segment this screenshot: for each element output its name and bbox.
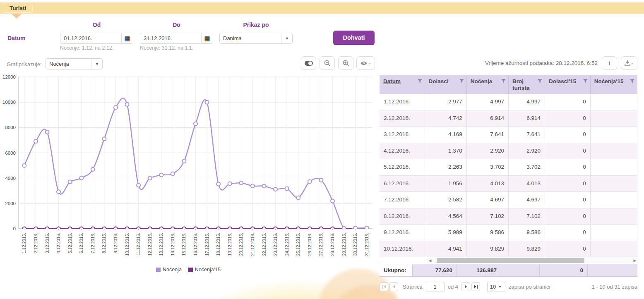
svg-text:17.12.2016.: 17.12.2016. — [204, 233, 209, 256]
svg-text:22.12.2016.: 22.12.2016. — [262, 233, 267, 256]
table-row[interactable]: 6.12.2016.1.9564.0134.0130 — [380, 176, 637, 192]
table-cell: 4.697 — [509, 192, 545, 208]
zoom-out-icon — [324, 60, 331, 67]
do-label: Do — [140, 22, 213, 28]
column-header-dolasci[interactable]: Dolasci — [425, 75, 467, 94]
calendar-icon[interactable]: ▦ — [201, 33, 213, 43]
tab-pointer-icon — [11, 14, 22, 19]
series-visibility-button[interactable]: ⌄ — [356, 56, 375, 70]
column-header-broj-turista[interactable]: Broj turista — [509, 75, 545, 94]
legend-swatch — [188, 268, 193, 272]
prikaz-po-select[interactable]: Danima ▼ — [219, 33, 293, 44]
table-cell — [591, 208, 637, 225]
header-bar: Turisti — [0, 2, 644, 14]
svg-text:4.12.2016.: 4.12.2016. — [56, 233, 61, 254]
svg-text:25.12.2016.: 25.12.2016. — [296, 233, 300, 256]
table-cell: 2.920 — [509, 143, 545, 160]
table-row[interactable]: 5.12.2016.2.2633.7023.7020 — [380, 159, 637, 176]
scroll-right-icon[interactable]: ▶ — [632, 258, 637, 263]
table-row[interactable]: 1.12.2016.2.9774.9974.9970 — [380, 94, 637, 110]
column-header-no-enja[interactable]: Noćenja — [467, 75, 509, 94]
table-cell: 4.997 — [509, 94, 545, 110]
legend-item[interactable]: Noćenja — [156, 267, 182, 273]
table-cell: 3.12.2016. — [380, 127, 425, 143]
table-cell — [591, 110, 637, 127]
prev-page-button[interactable] — [389, 282, 398, 291]
download-button[interactable]: ⌄ — [621, 56, 637, 70]
filter-icon[interactable] — [501, 79, 506, 84]
filter-icon[interactable] — [583, 79, 588, 84]
first-page-button[interactable] — [380, 282, 388, 291]
date-to-hint: Noćenje: 31.12. na 1.1. — [140, 45, 193, 51]
svg-text:6.12.2016.: 6.12.2016. — [79, 233, 84, 254]
table-row[interactable]: 9.12.2016.5.9899.5869.5860 — [380, 225, 637, 241]
table-row[interactable]: 7.12.2016.2.5824.6974.6970 — [380, 192, 637, 208]
svg-text:9.12.2016.: 9.12.2016. — [113, 233, 118, 254]
table-row[interactable]: 3.12.2016.4.1697.6417.6410 — [380, 127, 637, 143]
date-from-hint: Noćenje: 1.12. na 2.12. — [60, 45, 113, 51]
totals-cell — [588, 264, 637, 277]
zoom-in-button[interactable] — [338, 56, 353, 70]
date-to-field[interactable]: 31.12.2016. ▦ — [140, 33, 213, 44]
chart-legend: NoćenjaNoćenja'15 — [0, 267, 377, 273]
totals-cell: 0 — [540, 264, 588, 277]
svg-text:10.12.2016.: 10.12.2016. — [125, 233, 130, 256]
svg-text:24.12.2016.: 24.12.2016. — [284, 233, 289, 256]
column-header-datum[interactable]: Datum — [380, 75, 425, 94]
scroll-left-icon[interactable]: ◀ — [428, 258, 433, 263]
page-size-select[interactable]: 10 ▼ — [487, 282, 505, 292]
table-cell — [591, 176, 637, 192]
svg-text:7.12.2016.: 7.12.2016. — [90, 233, 95, 254]
table-row[interactable]: 10.12.2016.4.9419.8299.8290 — [380, 241, 637, 258]
chevron-down-icon[interactable]: ▼ — [281, 33, 292, 43]
od-label: Od — [60, 22, 133, 28]
prikaz-po-value: Danima — [220, 33, 281, 43]
filter-icon[interactable] — [630, 79, 634, 84]
table-cell: 0 — [545, 225, 591, 241]
column-header-dolasci-15[interactable]: Dolasci'15 — [545, 75, 591, 94]
calendar-icon[interactable]: ▦ — [121, 33, 133, 43]
graf-prikazuje-select[interactable]: Noćenja ▼ — [46, 58, 103, 69]
table-cell — [591, 143, 637, 160]
info-icon: i — [608, 60, 610, 67]
scrollbar-thumb[interactable] — [437, 258, 584, 263]
svg-text:14.12.2016.: 14.12.2016. — [170, 233, 175, 256]
table-cell: 2.977 — [425, 94, 467, 110]
table-cell: 6.914 — [509, 110, 545, 127]
date-to-value[interactable]: 31.12.2016. — [140, 33, 201, 43]
date-from-field[interactable]: 01.12.2016. ▦ — [60, 33, 133, 44]
page-number-input[interactable] — [426, 282, 445, 292]
chevron-down-icon[interactable]: ▼ — [91, 59, 102, 69]
totals-cell — [501, 264, 540, 277]
svg-text:13.12.2016.: 13.12.2016. — [159, 233, 163, 256]
table-cell: 1.956 — [425, 176, 467, 192]
svg-text:3.12.2016.: 3.12.2016. — [45, 233, 50, 254]
table-row[interactable]: 2.12.2016.4.7426.9146.9140 — [380, 110, 637, 127]
filter-icon[interactable] — [418, 79, 422, 84]
table-cell: 4.564 — [425, 208, 467, 225]
legend-item[interactable]: Noćenja'15 — [188, 267, 221, 273]
pagination: Stranica od 4 10 ▼ zapisa po stranici 1 … — [380, 281, 637, 292]
toggle-view-button[interactable] — [301, 56, 316, 70]
column-header-no-enja-15[interactable]: Noćenja'15 — [591, 75, 637, 94]
last-page-button[interactable] — [471, 282, 480, 291]
table-row[interactable]: 8.12.2016.4.5647.1027.1020 — [380, 208, 637, 225]
horizontal-scrollbar[interactable]: ◀ ▶ — [428, 257, 637, 264]
date-from-value[interactable]: 01.12.2016. — [60, 33, 121, 43]
line-chart[interactable]: 0200040006000800010000120001.12.2016.2.1… — [0, 74, 377, 264]
filter-icon[interactable] — [538, 79, 542, 84]
filter-icon[interactable] — [459, 79, 464, 84]
table-cell: 3.702 — [467, 159, 509, 176]
graf-prikazuje-value: Noćenja — [46, 59, 91, 69]
zoom-out-button[interactable] — [320, 56, 335, 70]
dohvati-button[interactable]: Dohvati — [333, 31, 375, 44]
tab-turisti[interactable]: Turisti — [3, 4, 33, 13]
svg-text:10000: 10000 — [2, 100, 16, 105]
table-cell: 4.697 — [467, 192, 509, 208]
next-page-button[interactable] — [461, 282, 470, 291]
totals-label: Ukupno: — [380, 264, 413, 277]
info-button[interactable]: i — [602, 56, 617, 70]
table-row[interactable]: 4.12.2016.1.3702.9202.9200 — [380, 143, 637, 160]
chevron-down-icon: ⌄ — [631, 61, 634, 65]
svg-text:0: 0 — [13, 226, 16, 231]
